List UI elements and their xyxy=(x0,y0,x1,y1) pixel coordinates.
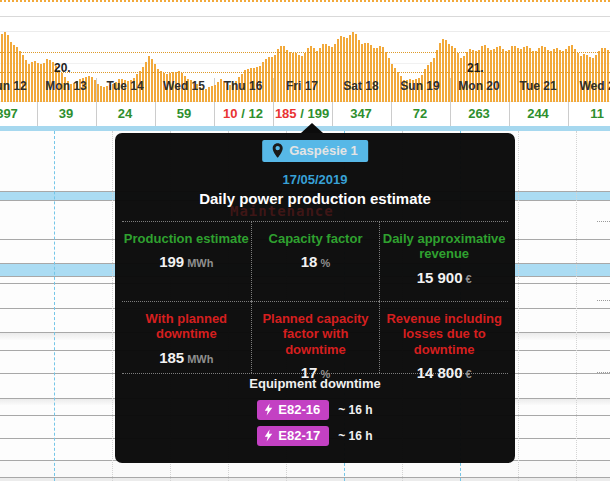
intraday-bar xyxy=(157,69,159,102)
stat-cell-production-estimate: Production estimate199MWh xyxy=(122,222,251,301)
turbine-badge-e82-17[interactable]: E82-17 xyxy=(257,426,329,446)
stat-value: 199MWh xyxy=(122,253,251,270)
intraday-bar xyxy=(376,48,378,102)
lightning-bolt-icon xyxy=(264,429,273,442)
daily-value-cell[interactable]: 347 xyxy=(350,106,372,121)
intraday-bar xyxy=(541,46,543,102)
intraday-bar xyxy=(205,89,207,102)
intraday-bar xyxy=(91,77,93,102)
intraday-bar xyxy=(487,48,489,102)
stat-label: Daily approximative revenue xyxy=(380,231,508,262)
intraday-bar xyxy=(523,47,525,102)
threshold-line-lower xyxy=(0,72,610,73)
intraday-bar xyxy=(151,59,153,102)
vertical-guide-line xyxy=(54,131,55,481)
day-label: Sat 18 xyxy=(343,79,378,93)
intraday-bar xyxy=(553,49,555,102)
intraday-bar xyxy=(601,48,603,102)
intraday-bar xyxy=(13,45,15,102)
daily-value-cell[interactable]: 39 xyxy=(59,106,73,121)
intraday-bar xyxy=(598,51,600,102)
intraday-bar xyxy=(385,52,387,102)
intraday-bar xyxy=(478,50,480,102)
day-label: Mon 13 xyxy=(45,79,86,93)
daily-value-cell[interactable]: 244 xyxy=(527,106,549,121)
intraday-bar xyxy=(499,46,501,102)
column-separator xyxy=(273,102,274,126)
vertical-guide-line xyxy=(576,131,577,481)
stat-label: Capacity factor xyxy=(252,231,380,246)
intraday-bar xyxy=(388,58,390,102)
daily-value-cell[interactable]: 11 xyxy=(590,106,604,121)
daily-value-cell[interactable]: 24 xyxy=(118,106,132,121)
intraday-bar xyxy=(445,40,447,102)
intraday-bar xyxy=(37,63,39,102)
intraday-bar xyxy=(565,49,567,102)
intraday-bar xyxy=(154,64,156,102)
downtime-value: 185 xyxy=(275,106,297,121)
turbine-badge-label: E82-17 xyxy=(278,428,320,443)
intraday-bar xyxy=(274,55,276,102)
intraday-bar xyxy=(277,49,279,102)
intraday-bar xyxy=(34,61,36,102)
daily-value-cell[interactable]: 185 / 199 xyxy=(275,106,329,121)
tooltip-date: 17/05/2019 xyxy=(115,172,515,187)
turbine-badge-e82-16[interactable]: E82-16 xyxy=(257,400,329,420)
column-separator xyxy=(568,102,569,126)
column-separator xyxy=(155,102,156,126)
daily-value-cell[interactable]: 59 xyxy=(177,106,191,121)
stat-label: Production estimate xyxy=(122,231,251,246)
stat-cell-capacity-factor: Capacity factor18% xyxy=(251,222,380,301)
right-edge-dotted-fragment xyxy=(597,221,610,222)
intraday-bar xyxy=(283,46,285,102)
intraday-bar xyxy=(331,47,333,102)
stat-cell-revenue-including-losses-due-to-downtime: Revenue including losses due to downtime… xyxy=(379,301,508,373)
intraday-bar xyxy=(538,48,540,102)
intraday-bar xyxy=(493,49,495,102)
intraday-bar xyxy=(535,51,537,102)
day-label: Tue 21 xyxy=(519,79,556,93)
daily-value-cell[interactable]: 10 / 12 xyxy=(223,106,263,121)
intraday-bar xyxy=(31,62,33,102)
intraday-bar xyxy=(295,53,297,102)
intraday-bar xyxy=(514,46,516,102)
intraday-bar xyxy=(214,85,216,102)
intraday-bar xyxy=(40,64,42,102)
intraday-bar xyxy=(451,46,453,102)
intraday-bar xyxy=(97,84,99,102)
daily-production-tooltip: Maintenance Gaspésie 1 17/05/2019 Daily … xyxy=(115,133,515,463)
stat-value: 185MWh xyxy=(122,349,251,366)
intraday-bar xyxy=(373,48,375,102)
production-chart[interactable]: Sun 1220.Mon 13Tue 14Wed 15Thu 16Fri 17S… xyxy=(0,0,610,102)
tooltip-title: Daily power production estimate xyxy=(115,190,515,207)
intraday-bar xyxy=(526,46,528,102)
column-separator xyxy=(391,102,392,126)
vertical-guide-line xyxy=(518,131,519,481)
intraday-bar xyxy=(469,49,471,102)
site-badge[interactable]: Gaspésie 1 xyxy=(262,140,368,162)
daily-value-cell[interactable]: 263 xyxy=(468,106,490,121)
daily-value-cell[interactable]: 397 xyxy=(0,106,18,121)
intraday-bar xyxy=(316,51,318,102)
intraday-bar xyxy=(310,46,312,102)
intraday-bar xyxy=(370,45,372,102)
intraday-bar xyxy=(454,48,456,102)
week-number-label: 20. xyxy=(54,61,71,75)
intraday-bar xyxy=(145,62,147,102)
intraday-bar xyxy=(289,52,291,102)
intraday-bar xyxy=(607,50,609,102)
day-label: Sun 19 xyxy=(400,79,439,93)
intraday-bar xyxy=(94,80,96,102)
intraday-bar xyxy=(103,87,105,102)
stat-value: 18% xyxy=(252,253,380,270)
intraday-bar xyxy=(340,36,342,102)
stat-cell-with-planned-downtime: With planned downtime185MWh xyxy=(122,301,251,373)
day-label: Wed 15 xyxy=(163,79,205,93)
tooltip-stats-grid: Production estimate199MWhCapacity factor… xyxy=(122,221,508,374)
intraday-bar xyxy=(100,86,102,102)
daily-value-cell[interactable]: 72 xyxy=(413,106,427,121)
intraday-bar xyxy=(28,64,30,102)
intraday-bar xyxy=(508,50,510,102)
intraday-bar xyxy=(280,46,282,102)
intraday-bar xyxy=(442,39,444,102)
